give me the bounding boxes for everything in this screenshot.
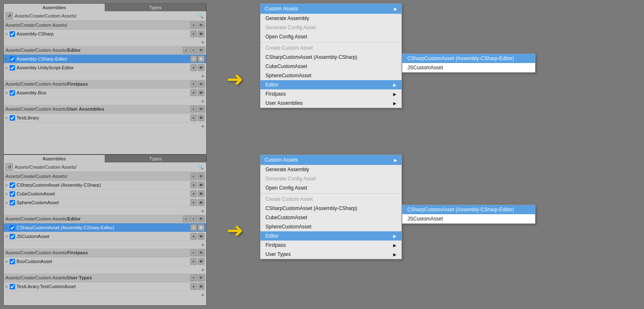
- section-eye-editor[interactable]: 👁: [198, 47, 205, 53]
- bottom-menu-open-config[interactable]: Open Config Asset: [260, 183, 402, 192]
- top-menu-editor[interactable]: Editor ▶: [260, 80, 402, 89]
- bottom-row-testlibrary-custom[interactable]: ≡ TestLibrary.TestCustomAsset + 👁: [4, 282, 206, 291]
- bottom-section-add-1[interactable]: +: [190, 173, 197, 180]
- bottom-row-eye-1[interactable]: 👁: [198, 182, 205, 188]
- bottom-checkbox-testlibrary[interactable]: [10, 284, 15, 289]
- bottom-row-add-7[interactable]: +: [190, 283, 197, 290]
- bottom-submenu-item-js-custom[interactable]: JSCustomAsset: [402, 214, 535, 223]
- bottom-section-check-editor[interactable]: ✓: [183, 215, 189, 222]
- top-menu-user-assemblies[interactable]: User Assemblies ▶: [260, 99, 402, 108]
- bottom-plus-row-2[interactable]: +: [4, 241, 206, 248]
- bottom-menu-user-types[interactable]: User Types ▶: [260, 250, 402, 259]
- bottom-row-csharp-custom[interactable]: ≡ CSharpCustomAsset (Assembly-CSharp) + …: [4, 181, 206, 190]
- bottom-menu-cube-custom[interactable]: CubeCustomAsset: [260, 213, 402, 222]
- bottom-row-eye-6[interactable]: 👁: [198, 258, 205, 265]
- section-add-user[interactable]: +: [190, 106, 197, 112]
- row-add-csharp-editor[interactable]: +: [190, 56, 197, 62]
- bottom-row-eye-2[interactable]: 👁: [198, 190, 205, 197]
- bottom-section-add-editor[interactable]: +: [190, 215, 197, 222]
- bottom-menu-generate-assembly[interactable]: Generate Assembly: [260, 165, 402, 174]
- bottom-menu-header[interactable]: Custom Assets ▶: [260, 155, 402, 165]
- bottom-row-eye-3[interactable]: 👁: [198, 199, 205, 206]
- checkbox-csharp-editor[interactable]: [10, 56, 15, 62]
- plus-row-4[interactable]: +: [4, 122, 206, 130]
- row-testlibrary[interactable]: ≡ TestLibrary + 👁: [4, 114, 206, 122]
- bottom-section-add-firstpass[interactable]: +: [190, 249, 197, 256]
- bottom-row-csharp-editor[interactable]: ≡ CSharpCustomAsset (Assembly-CSharp-Edi…: [4, 223, 206, 232]
- bottom-row-sphere-custom[interactable]: ≡ SphereCustomAsset + 👁: [4, 198, 206, 207]
- section-add-firstpass[interactable]: +: [190, 81, 197, 87]
- bottom-plus-row-3[interactable]: +: [4, 266, 206, 274]
- row-assembly-boo[interactable]: ≡ Assembly-Boo + 👁: [4, 89, 206, 97]
- bottom-menu-firstpass[interactable]: Firstpass ▶: [260, 241, 402, 250]
- top-menu-sphere-custom[interactable]: SphereCustomAsset: [260, 71, 402, 80]
- tab-assemblies-top[interactable]: Assemblies: [4, 4, 105, 11]
- row-eye-unityscript[interactable]: 👁: [198, 64, 205, 71]
- row-eye-boo[interactable]: 👁: [198, 89, 205, 96]
- top-menu-header[interactable]: Custom Assets ▶: [260, 4, 402, 14]
- top-menu-csharp-custom[interactable]: CSharpCustomAsset (Assembly-CSharp): [260, 53, 402, 62]
- bottom-checkbox-js[interactable]: [10, 234, 15, 239]
- row-assembly-unityscript-editor[interactable]: ≡ Assembly-UnityScript-Editor + 👁: [4, 63, 206, 72]
- bottom-row-add-1[interactable]: +: [190, 182, 197, 188]
- bottom-row-add-5[interactable]: +: [190, 233, 197, 240]
- bottom-row-eye-4[interactable]: 👁: [198, 224, 205, 231]
- section-eye-1[interactable]: 👁: [198, 22, 205, 28]
- top-submenu-item-csharp-editor[interactable]: CSharpCustomAsset (Assembly-CSharp-Edito…: [402, 54, 535, 63]
- section-eye-user[interactable]: 👁: [198, 106, 205, 112]
- checkbox-unityscript[interactable]: [10, 65, 15, 71]
- search-button-bottom[interactable]: 🔍: [197, 163, 205, 171]
- bottom-checkbox-sphere[interactable]: [10, 200, 15, 205]
- bottom-checkbox-boo[interactable]: [10, 259, 15, 264]
- section-add-1[interactable]: +: [190, 22, 197, 28]
- section-checkbox-editor[interactable]: ✓: [183, 47, 189, 53]
- bottom-menu-csharp-custom[interactable]: CSharpCustomAsset (Assembly-CSharp): [260, 204, 402, 213]
- bottom-section-eye-user-types[interactable]: 👁: [198, 274, 205, 281]
- bottom-row-add-3[interactable]: +: [190, 199, 197, 206]
- top-submenu-item-js-custom[interactable]: JSCustomAsset: [402, 63, 535, 72]
- bottom-menu-sphere-custom[interactable]: SphereCustomAsset: [260, 222, 402, 231]
- bottom-section-eye-firstpass[interactable]: 👁: [198, 249, 205, 256]
- plus-row-3[interactable]: +: [4, 97, 206, 105]
- bottom-submenu-item-csharp-editor[interactable]: CSharpCustomAsset (Assembly-CSharp-Edito…: [402, 205, 535, 214]
- top-menu-open-config[interactable]: Open Config Asset: [260, 32, 402, 41]
- bottom-checkbox-csharp[interactable]: [10, 182, 15, 188]
- refresh-button-top[interactable]: ↺: [5, 12, 13, 20]
- bottom-menu-editor[interactable]: Editor ▶: [260, 231, 402, 241]
- tab-types-top[interactable]: Types: [105, 4, 207, 11]
- bottom-row-add-2[interactable]: +: [190, 190, 197, 197]
- row-add-testlibrary[interactable]: +: [190, 114, 197, 121]
- search-button-top[interactable]: 🔍: [197, 12, 205, 20]
- row-eye-csharp-editor[interactable]: 👁: [198, 56, 205, 62]
- checkbox-testlibrary[interactable]: [10, 115, 15, 121]
- row-add-boo[interactable]: +: [190, 89, 197, 96]
- tab-types-bottom[interactable]: Types: [105, 155, 207, 162]
- bottom-section-add-user-types[interactable]: +: [190, 274, 197, 281]
- tab-assemblies-bottom[interactable]: Assemblies: [4, 155, 105, 162]
- bottom-section-eye-1[interactable]: 👁: [198, 173, 205, 180]
- section-add-editor[interactable]: +: [190, 47, 197, 53]
- top-menu-firstpass[interactable]: Firstpass ▶: [260, 89, 402, 99]
- row-assembly-csharp-editor[interactable]: ≡ Assembly-CSharp-Editor + 👁: [4, 55, 206, 63]
- row-eye-csharp[interactable]: 👁: [198, 30, 205, 37]
- row-eye-testlibrary[interactable]: 👁: [198, 114, 205, 121]
- section-eye-firstpass[interactable]: 👁: [198, 81, 205, 87]
- plus-row-2[interactable]: +: [4, 72, 206, 80]
- bottom-row-add-4[interactable]: +: [190, 224, 197, 231]
- bottom-section-eye-editor[interactable]: 👁: [198, 215, 205, 222]
- bottom-row-add-6[interactable]: +: [190, 258, 197, 265]
- checkbox-assembly-csharp[interactable]: [10, 31, 15, 37]
- bottom-row-eye-7[interactable]: 👁: [198, 283, 205, 290]
- bottom-row-boo-custom[interactable]: ≡ BooCustomAsset + 👁: [4, 257, 206, 266]
- bottom-checkbox-cube[interactable]: [10, 191, 15, 197]
- top-menu-generate-assembly[interactable]: Generate Assembly: [260, 14, 402, 23]
- checkbox-boo[interactable]: [10, 90, 15, 96]
- bottom-plus-row-4[interactable]: +: [4, 291, 206, 299]
- row-add-csharp[interactable]: +: [190, 30, 197, 37]
- row-assembly-csharp[interactable]: ≡ Assembly-CSharp + 👁: [4, 30, 206, 38]
- bottom-row-js-custom[interactable]: ≡ JSCustomAsset + 👁: [4, 232, 206, 241]
- bottom-plus-row-1[interactable]: +: [4, 207, 206, 215]
- bottom-row-cube-custom[interactable]: ≡ CubeCustomAsset + 👁: [4, 190, 206, 198]
- top-menu-cube-custom[interactable]: CubeCustomAsset: [260, 62, 402, 71]
- refresh-button-bottom[interactable]: ↺: [5, 163, 13, 171]
